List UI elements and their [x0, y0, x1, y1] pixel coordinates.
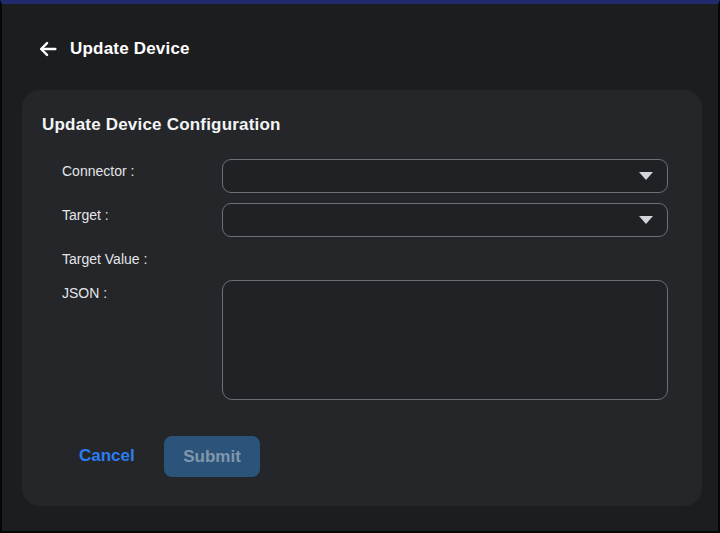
target-label: Target : — [62, 207, 109, 223]
update-device-card: Update Device Configuration Connector : … — [22, 90, 702, 506]
target-select[interactable] — [222, 203, 668, 237]
chevron-down-icon — [639, 216, 653, 224]
back-button[interactable] — [35, 36, 61, 62]
target-value-label: Target Value : — [62, 251, 147, 267]
connector-select[interactable] — [222, 159, 668, 193]
page-title: Update Device — [70, 39, 190, 59]
arrow-left-icon — [37, 38, 59, 60]
form-actions: Cancel Submit — [22, 436, 702, 480]
json-label: JSON : — [62, 285, 107, 301]
cancel-button[interactable]: Cancel — [79, 446, 135, 466]
connector-label: Connector : — [62, 163, 134, 179]
page-header: Update Device — [2, 4, 718, 90]
card-title: Update Device Configuration — [42, 115, 281, 135]
json-textarea[interactable] — [222, 280, 668, 400]
chevron-down-icon — [639, 172, 653, 180]
submit-button[interactable]: Submit — [164, 436, 260, 477]
app-screen: Update Device Update Device Configuratio… — [0, 0, 720, 533]
